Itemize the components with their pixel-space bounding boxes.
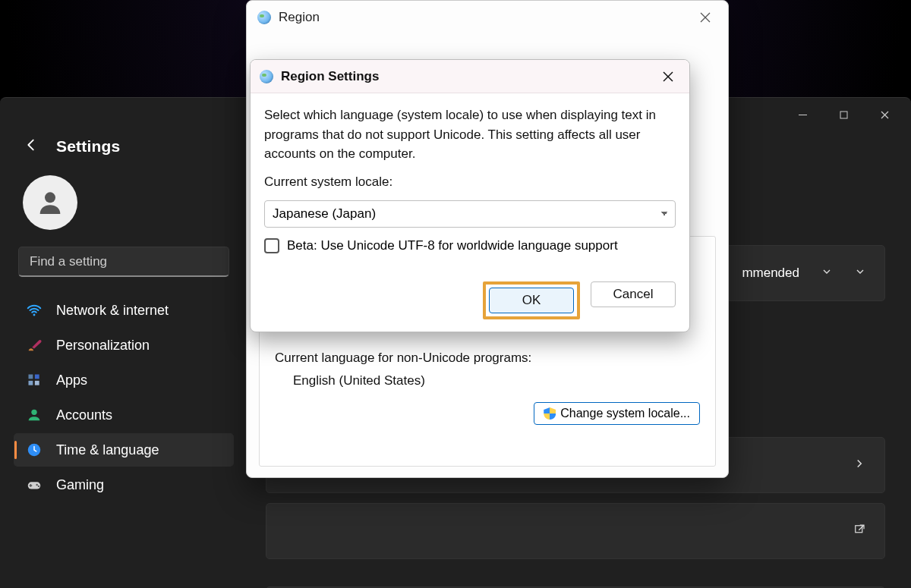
svg-point-14 <box>38 486 39 487</box>
svg-rect-8 <box>29 381 33 385</box>
time-language-icon <box>26 442 43 458</box>
sidebar-item-label: Network & internet <box>56 303 169 319</box>
cancel-button[interactable]: Cancel <box>591 281 676 307</box>
sidebar-item-apps[interactable]: Apps <box>14 363 234 397</box>
ok-label: OK <box>522 293 541 308</box>
panel-row[interactable] <box>266 503 885 559</box>
globe-icon <box>260 70 273 83</box>
sidebar-item-label: Gaming <box>56 477 104 493</box>
system-locale-select[interactable]: Japanese (Japan) <box>264 200 676 228</box>
sidebar-item-accounts[interactable]: Accounts <box>14 398 234 432</box>
svg-point-10 <box>31 410 36 415</box>
open-external-icon <box>853 523 866 540</box>
sidebar-item-label: Time & language <box>56 442 159 458</box>
region-titlebar: Region <box>247 1 728 34</box>
sidebar-nav: Network & internet Personalization Apps <box>14 294 234 502</box>
svg-rect-7 <box>35 375 39 379</box>
sidebar-item-label: Accounts <box>56 407 112 423</box>
dialog-footer: OK Cancel <box>251 275 689 332</box>
region-title: Region <box>279 10 320 25</box>
minimize-button[interactable] <box>785 102 820 127</box>
chevron-right-icon <box>853 457 866 474</box>
maximize-button[interactable] <box>826 102 861 127</box>
apps-icon <box>26 372 43 388</box>
sidebar: Find a setting Network & internet Person… <box>0 162 243 588</box>
non-unicode-label: Current language for non-Unicode program… <box>275 351 700 366</box>
region-settings-description: Select which language (system locale) to… <box>264 105 676 164</box>
svg-rect-15 <box>856 525 862 532</box>
change-locale-label: Change system locale... <box>560 407 690 420</box>
wifi-icon <box>26 302 43 319</box>
beta-utf8-label: Beta: Use Unicode UTF-8 for worldwide la… <box>287 238 618 253</box>
globe-icon <box>257 11 271 24</box>
region-settings-dialog: Region Settings Select which language (s… <box>250 59 690 332</box>
close-button[interactable] <box>690 6 720 29</box>
close-button[interactable] <box>653 65 683 88</box>
region-settings-titlebar: Region Settings <box>251 60 689 93</box>
system-locale-label: Current system locale: <box>264 175 676 190</box>
back-button[interactable] <box>23 137 39 156</box>
gaming-icon <box>26 476 43 493</box>
svg-rect-9 <box>35 381 39 385</box>
sidebar-item-label: Apps <box>56 373 87 388</box>
svg-point-4 <box>45 192 55 203</box>
chevron-down-icon <box>854 266 866 281</box>
ok-button[interactable]: OK <box>489 288 574 313</box>
svg-rect-6 <box>29 375 33 379</box>
search-placeholder: Find a setting <box>30 254 107 269</box>
shield-icon <box>544 407 556 420</box>
accounts-icon <box>26 407 43 423</box>
row-value: mmended <box>742 266 799 281</box>
sidebar-item-time-language[interactable]: Time & language <box>14 433 234 467</box>
non-unicode-value: English (United States) <box>275 373 700 388</box>
sidebar-item-label: Personalization <box>56 338 150 354</box>
avatar[interactable] <box>23 175 77 230</box>
sidebar-item-network[interactable]: Network & internet <box>14 294 234 327</box>
ok-highlight: OK <box>483 281 580 319</box>
svg-point-13 <box>36 484 37 486</box>
sidebar-item-personalization[interactable]: Personalization <box>14 329 234 362</box>
beta-utf8-checkbox-row[interactable]: Beta: Use Unicode UTF-8 for worldwide la… <box>264 238 676 253</box>
close-button[interactable] <box>867 102 902 127</box>
change-system-locale-button[interactable]: Change system locale... <box>534 402 700 425</box>
svg-point-5 <box>33 313 36 316</box>
chevron-down-icon <box>821 266 833 281</box>
sidebar-item-gaming[interactable]: Gaming <box>14 468 234 502</box>
cancel-label: Cancel <box>613 287 654 302</box>
search-input[interactable]: Find a setting <box>18 247 229 277</box>
settings-title: Settings <box>56 137 120 156</box>
region-settings-title: Region Settings <box>281 69 379 84</box>
paint-icon <box>26 337 43 354</box>
svg-rect-1 <box>840 112 847 118</box>
checkbox-icon[interactable] <box>264 238 279 253</box>
